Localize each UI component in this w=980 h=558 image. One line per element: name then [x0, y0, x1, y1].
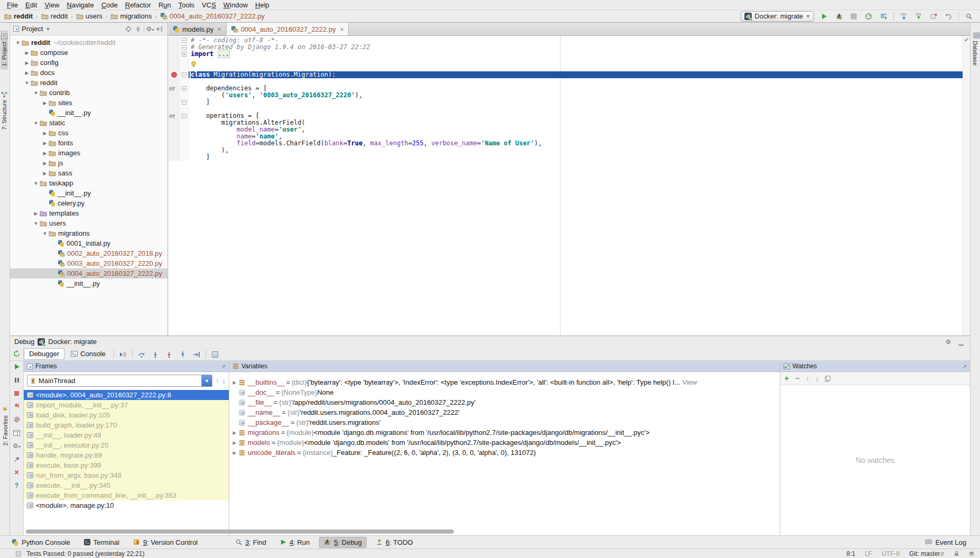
code-line[interactable]: +import ...	[169, 51, 970, 58]
fold-toggle-icon[interactable]: −	[182, 38, 186, 43]
variable-row[interactable]: 18__package__={str}'reddit.users.migrati…	[229, 417, 780, 427]
debugger-tab-console[interactable]: Console	[66, 348, 111, 360]
remove-watch-button[interactable]: −	[795, 374, 799, 383]
chevron-right-icon[interactable]: ▶	[230, 380, 239, 385]
chevron-right-icon[interactable]: ▶	[23, 60, 31, 66]
step-into-button[interactable]	[149, 350, 162, 358]
breadcrumb-item[interactable]: reddit	[41, 12, 68, 20]
chevron-down-icon[interactable]: ▼	[32, 181, 40, 186]
tree-item-0004-auto-20160327-2222-py[interactable]: 0004_auto_20160327_2222.py	[10, 268, 167, 278]
breadcrumb-item[interactable]: reddit	[4, 12, 33, 20]
tree-item-images[interactable]: ▶images	[10, 148, 167, 158]
tree-item-0001-initial-py[interactable]: 0001_initial.py	[10, 238, 167, 248]
code-line[interactable]: −class Migration(migrations.Migration):	[169, 71, 970, 78]
fold-toggle-icon[interactable]: −	[182, 45, 186, 50]
pause-button[interactable]	[12, 376, 22, 384]
code-line[interactable]: ]	[169, 154, 970, 161]
code-area[interactable]: −# -*- coding: utf-8 -*-−# Generated by …	[169, 36, 970, 336]
tree-item-users[interactable]: ▼users	[10, 218, 167, 228]
locate-button[interactable]	[124, 25, 133, 33]
chevron-down-icon[interactable]: ▼	[32, 221, 40, 226]
menu-tools[interactable]: Tools	[175, 1, 198, 9]
intention-bulb-icon[interactable]	[191, 61, 197, 68]
breakpoint-icon[interactable]	[171, 72, 177, 78]
chevron-down-icon[interactable]: ▼	[23, 80, 31, 86]
chevron-down-icon[interactable]: ▼	[32, 120, 40, 126]
inspector-hector-icon[interactable]	[968, 551, 975, 557]
chevron-right-icon[interactable]: ▶	[41, 141, 49, 146]
tool-stripe-favorites[interactable]: 2: Favorites★	[1, 402, 10, 449]
menu-help[interactable]: Help	[251, 1, 273, 9]
tree-item-reddit[interactable]: ▼reddit~/cookiecutter/reddit	[10, 38, 167, 48]
stop-button[interactable]	[12, 389, 22, 397]
tool-stripe-structure[interactable]: 7: Structure	[1, 88, 8, 133]
editor-tab-models.py[interactable]: models.py✕	[169, 23, 227, 35]
breadcrumb-item[interactable]: users	[76, 12, 102, 20]
toolwindow-button-terminal[interactable]: Terminal	[80, 537, 124, 547]
tool-stripe-project[interactable]: 1: Project	[1, 30, 8, 69]
toolwindow-button-python-console[interactable]: Python Console	[7, 537, 74, 547]
stack-frame[interactable]: build_graph, loader.py:170	[24, 420, 229, 430]
view-link[interactable]: View	[683, 378, 697, 386]
code-line[interactable]: − ]	[169, 99, 970, 106]
menu-file[interactable]: File	[3, 1, 22, 9]
debug-button[interactable]	[833, 11, 845, 22]
chevron-right-icon[interactable]: ▶	[23, 70, 31, 76]
fold-toggle-icon[interactable]: −	[182, 86, 186, 91]
float-panel-icon[interactable]: ↗	[221, 364, 226, 369]
stack-frame[interactable]: load_disk, loader.py:105	[24, 410, 229, 420]
tree-item-taskapp[interactable]: ▼taskapp	[10, 178, 167, 188]
tree-item-fonts[interactable]: ▶fonts	[10, 138, 167, 148]
view-breakpoints-button[interactable]	[12, 402, 22, 411]
vcs-commit-button[interactable]: VCS	[913, 11, 925, 22]
variable-row[interactable]: 18__file__={str}'/app/reddit/users/migra…	[229, 397, 780, 407]
chevron-right-icon[interactable]: ▶	[230, 440, 239, 445]
move-up-button[interactable]: ↑	[806, 374, 809, 383]
hide-button[interactable]	[155, 25, 164, 33]
code-line[interactable]: ('users', '0003_auto_20160327_2220'),	[169, 92, 970, 99]
tree-item-celery-py[interactable]: celery.py	[10, 198, 167, 208]
chevron-right-icon[interactable]: ▶	[23, 50, 31, 55]
toolwindow-button-run[interactable]: 4: Run	[276, 537, 314, 547]
toolwindow-button-find[interactable]: 3: Find	[231, 537, 270, 547]
toolwindow-button-debug[interactable]: 5: Debug	[319, 537, 367, 548]
chevron-right-icon[interactable]: ▶	[230, 450, 239, 455]
chevron-down-icon[interactable]: ▼	[32, 90, 40, 96]
variable-row[interactable]: ▶models={module}<module 'django.db.model…	[229, 438, 780, 448]
thread-selector[interactable]: MainThread ▼	[27, 375, 212, 387]
menu-window[interactable]: Window	[220, 1, 251, 9]
code-line[interactable]: model_name='user',	[169, 126, 970, 133]
breadcrumb-item[interactable]: 0004_auto_20160327_2222.py	[160, 12, 265, 20]
tree-item-config[interactable]: ▶config	[10, 58, 167, 68]
stack-frame[interactable]: __init__, executor.py:20	[24, 440, 229, 450]
close-tab-icon[interactable]: ✕	[217, 26, 221, 32]
pin-button[interactable]	[12, 455, 22, 463]
chevron-right-icon[interactable]: ▶	[230, 430, 239, 435]
menu-view[interactable]: View	[41, 1, 63, 9]
encoding-indicator[interactable]: UTF-8	[882, 550, 900, 557]
tree-item-docs[interactable]: ▶docs	[10, 68, 167, 78]
stack-frame[interactable]: execute, base.py:399	[24, 460, 229, 470]
horizontal-scrollbar[interactable]	[26, 529, 454, 534]
toolwindow-button-version-control[interactable]: 9: Version Control	[129, 537, 202, 547]
code-line[interactable]	[169, 78, 970, 85]
rerun-button[interactable]	[12, 349, 22, 358]
chevron-right-icon[interactable]: ▶	[41, 100, 49, 106]
chevron-down-icon[interactable]: ▼	[201, 375, 212, 386]
debug-settings-icon[interactable]: ⚙	[944, 338, 953, 346]
menu-edit[interactable]: Edit	[22, 1, 41, 9]
inspection-column[interactable]: ✔	[963, 36, 970, 336]
tree-item-reddit[interactable]: ▼reddit	[10, 78, 167, 88]
code-line[interactable]: −# Generated by Django 1.9.4 on 2016-03-…	[169, 44, 970, 51]
stack-frame[interactable]: import_module, __init__.py:37	[24, 400, 229, 410]
variable-row[interactable]: 18__name__={str}'reddit.users.migrations…	[229, 407, 780, 417]
stack-frame[interactable]: <module>, 0004_auto_20160327_2222.py:8	[24, 390, 229, 400]
breadcrumb-item[interactable]: migrations	[110, 12, 152, 20]
step-out-button[interactable]	[176, 350, 189, 358]
caret-position[interactable]: 8:1	[846, 550, 855, 557]
float-panel-icon[interactable]: ↗	[963, 364, 967, 369]
previous-frame-icon[interactable]: ↑	[216, 377, 219, 385]
variable-row[interactable]: ▶migrations={module}<module 'django.db.m…	[229, 427, 780, 438]
stack-frame[interactable]: execute, __init__.py:345	[24, 480, 229, 490]
variable-row[interactable]: ▶unicode_literals={instance}_Feature: _F…	[229, 448, 780, 458]
